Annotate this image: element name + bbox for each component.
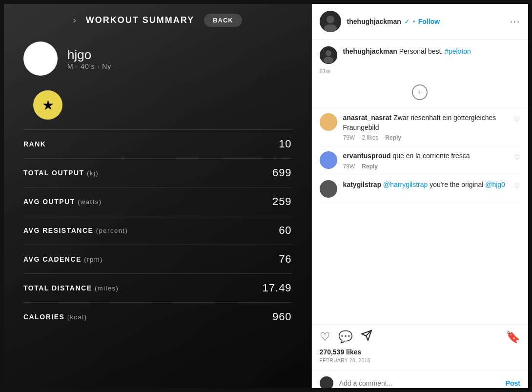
stat-value: 10 — [279, 138, 291, 150]
ig-follow-button[interactable]: Follow — [418, 18, 440, 25]
stat-row: TOTAL DISTANCE (miles) 17.49 — [23, 273, 292, 302]
ig-comment-time-2: 79W — [343, 163, 355, 170]
ig-caption-avatar — [320, 46, 337, 64]
stat-unit: (miles) — [95, 285, 119, 292]
ig-comment-content-3b: you're the original — [430, 181, 485, 188]
svg-point-1 — [327, 16, 334, 23]
stats-section: RANK 10 TOTAL OUTPUT (kj) 699 AVG OUTPUT… — [19, 129, 297, 331]
peloton-title: WORKOUT SUMMARY — [86, 15, 194, 25]
stat-row: AVG OUTPUT (watts) 259 — [23, 187, 292, 216]
ig-verified-icon: ✓ — [404, 18, 410, 25]
chevron-icon: › — [73, 15, 76, 25]
ig-header-username[interactable]: thehughjackman — [347, 18, 401, 25]
ig-caption-body: Personal best. — [399, 47, 445, 55]
stat-label: AVG OUTPUT (watts) — [23, 198, 102, 206]
ig-comment-text-3: katygilstrap @harrygilstrap you're the o… — [343, 180, 520, 190]
stat-row: CALORIES (kcal) 960 — [23, 302, 292, 331]
ig-comment-mention-1[interactable]: @harrygilstrap — [383, 181, 428, 188]
ig-comment-reply-1[interactable]: Reply — [385, 134, 401, 141]
ig-comment-text-1: anasrat_nasrat Zwar riesenhaft ein gotte… — [343, 113, 520, 132]
stat-value: 17.49 — [263, 282, 292, 294]
stat-value: 699 — [272, 166, 292, 179]
ig-post-date: FEBRUARY 28, 2018 — [320, 358, 520, 363]
ig-likes-count: 270,539 likes — [320, 348, 520, 356]
ig-caption-row: thehughjackman Personal best. #peloton — [320, 46, 520, 64]
ig-comment-text-2: ervantusproud que en la corriente fresca — [343, 151, 520, 161]
ig-comment-heart-3[interactable]: ♡ — [514, 182, 520, 190]
ig-comment-meta-2: 79W Reply — [343, 163, 520, 170]
ig-comment-username-3[interactable]: katygilstrap — [343, 181, 382, 188]
ig-comment-body-3: katygilstrap @harrygilstrap you're the o… — [343, 180, 520, 198]
user-name: hjgo — [67, 47, 111, 62]
user-info: hjgo M · 40's · Ny — [67, 47, 111, 70]
ig-add-view-button[interactable]: + — [320, 81, 520, 104]
user-section: hjgo M · 40's · Ny — [19, 41, 297, 76]
stat-label: RANK — [23, 140, 46, 148]
peloton-panel: › WORKOUT SUMMARY BACK hjgo M · 40's · N… — [4, 4, 312, 392]
ig-action-icons: ♡ 💬 🔖 — [320, 330, 520, 344]
ig-post-button[interactable]: Post — [506, 379, 520, 387]
stat-value: 259 — [272, 195, 292, 208]
ig-comment-heart-2[interactable]: ♡ — [514, 153, 520, 161]
stat-value: 60 — [279, 224, 291, 237]
ig-share-icon[interactable] — [361, 330, 372, 344]
ig-comment-reply-2[interactable]: Reply — [362, 163, 378, 170]
ig-caption-text: thehughjackman Personal best. #peloton — [343, 46, 471, 64]
svg-point-2 — [324, 24, 337, 32]
ig-comments-section[interactable]: anasrat_nasrat Zwar riesenhaft ein gotte… — [312, 108, 528, 324]
star-badge-container: ★ — [19, 90, 297, 120]
ig-comment-meta-1: 79W 2 likes Reply — [343, 134, 520, 141]
stat-unit: (kj) — [87, 169, 99, 177]
peloton-topbar: › WORKOUT SUMMARY BACK — [19, 14, 297, 27]
ig-comment-body-1: anasrat_nasrat Zwar riesenhaft ein gotte… — [343, 113, 520, 141]
ig-header: thehughjackman ✓ • Follow ··· — [312, 4, 528, 40]
ig-comment-content-2: que en la corriente fresca — [393, 152, 470, 160]
ig-comment-icon[interactable]: 💬 — [338, 330, 353, 344]
stat-row: AVG RESISTANCE (percent) 60 — [23, 216, 292, 245]
stat-row: AVG CADENCE (rpm) 76 — [23, 245, 292, 273]
ig-comment-username-1[interactable]: anasrat_nasrat — [343, 114, 392, 122]
ig-header-info: thehughjackman ✓ • Follow — [347, 18, 504, 25]
stat-label: AVG CADENCE (rpm) — [23, 255, 103, 263]
instagram-panel: thehughjackman ✓ • Follow ··· thehughjac… — [312, 4, 528, 392]
ig-add-comment-bar: Post — [312, 370, 528, 392]
stat-label: CALORIES (kcal) — [23, 313, 87, 321]
ig-caption-timestamp: 81w — [320, 68, 520, 75]
user-meta: M · 40's · Ny — [67, 62, 111, 70]
stat-value: 76 — [279, 253, 291, 266]
ig-like-icon[interactable]: ♡ — [320, 330, 330, 344]
ig-comment-avatar-2 — [320, 151, 337, 169]
ig-caption-area: thehughjackman Personal best. #peloton 8… — [312, 40, 528, 108]
ig-commenter-avatar — [320, 376, 333, 390]
ig-more-button[interactable]: ··· — [510, 17, 520, 27]
ig-actions-bar: ♡ 💬 🔖 270,539 likes FEBRUARY 28, 2018 — [312, 324, 528, 370]
ig-comment-mention-2[interactable]: @hjg0 — [485, 181, 505, 188]
stat-unit: (percent) — [96, 227, 128, 234]
ig-comment-body-2: ervantusproud que en la corriente fresca… — [343, 151, 520, 170]
stat-label: TOTAL OUTPUT (kj) — [23, 169, 99, 177]
ig-comment-time-1: 79W — [343, 134, 355, 141]
stat-label: TOTAL DISTANCE (miles) — [23, 284, 119, 292]
ig-comment: katygilstrap @harrygilstrap you're the o… — [320, 175, 520, 203]
ig-comment-avatar-3 — [320, 180, 337, 198]
back-button[interactable]: BACK — [204, 14, 242, 27]
ig-comment: anasrat_nasrat Zwar riesenhaft ein gotte… — [320, 108, 520, 146]
stat-row: RANK 10 — [23, 129, 292, 158]
ig-comment: ervantusproud que en la corriente fresca… — [320, 146, 520, 175]
ig-hashtag[interactable]: #peloton — [445, 47, 471, 55]
avatar — [23, 41, 58, 76]
ig-bookmark-icon[interactable]: 🔖 — [506, 330, 520, 344]
stat-label: AVG RESISTANCE (percent) — [23, 227, 128, 234]
svg-point-5 — [324, 57, 333, 63]
ig-plus-icon[interactable]: + — [412, 84, 428, 100]
stat-value: 960 — [272, 310, 292, 323]
ig-comment-heart-1[interactable]: ♡ — [514, 115, 520, 123]
ig-comment-likes-1: 2 likes — [362, 134, 378, 141]
star-badge: ★ — [33, 90, 62, 120]
ig-comment-input[interactable] — [339, 379, 500, 387]
ig-caption-username[interactable]: thehughjackman — [343, 47, 397, 55]
stat-unit: (watts) — [78, 198, 102, 206]
ig-comment-avatar-1 — [320, 113, 337, 131]
ig-comment-username-2[interactable]: ervantusproud — [343, 152, 391, 160]
ig-dot: • — [413, 18, 415, 25]
